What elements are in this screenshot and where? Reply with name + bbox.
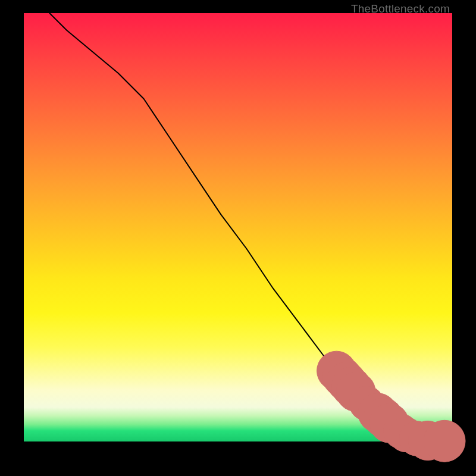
plot-area [24,13,452,441]
chart-overlay [24,13,452,441]
curve-line [49,13,443,441]
chart-frame: TheBottleneck.com [0,0,476,476]
data-marker [424,420,465,462]
marker-layer [317,351,465,462]
